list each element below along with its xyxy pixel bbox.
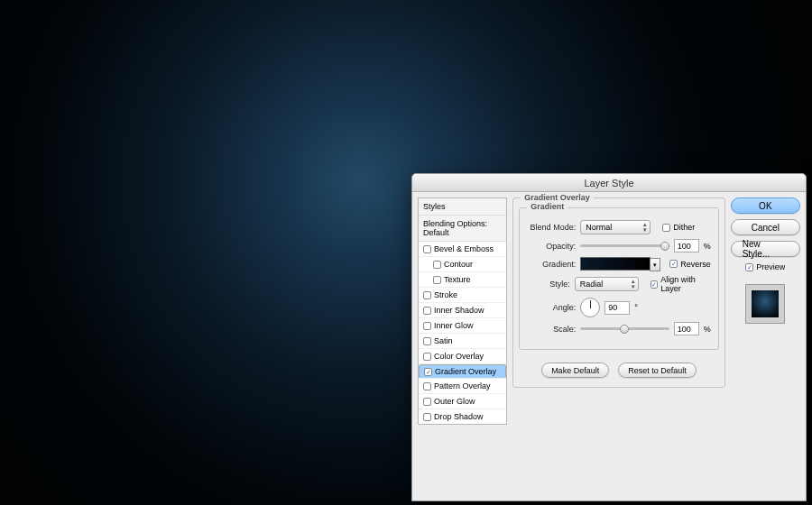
style-item-label: Color Overlay [434, 352, 484, 361]
style-item-label: Contour [444, 260, 473, 269]
style-item-label: Outer Glow [434, 397, 475, 406]
gradient-overlay-panel: Gradient Overlay Gradient Blend Mode: No… [512, 197, 725, 495]
style-select[interactable]: Radial ▴▾ [575, 277, 639, 291]
angle-dial[interactable] [580, 298, 600, 317]
style-item-pattern-overlay[interactable]: Pattern Overlay [419, 379, 506, 394]
style-item-checkbox[interactable] [423, 413, 431, 421]
style-item-label: Stroke [434, 290, 457, 299]
style-item-checkbox[interactable] [433, 261, 441, 269]
style-item-checkbox[interactable] [423, 398, 431, 406]
style-item-label: Satin [434, 336, 453, 345]
opacity-label: Opacity: [527, 242, 576, 251]
new-style-button[interactable]: New Style... [731, 241, 800, 257]
style-item-checkbox[interactable] [423, 353, 431, 361]
group-title: Gradient [527, 202, 567, 211]
dither-label: Dither [673, 223, 695, 232]
styles-sidebar: Styles Blending Options: Default Bevel &… [418, 197, 507, 495]
style-item-label: Texture [444, 275, 471, 284]
opacity-unit: % [704, 242, 711, 251]
style-item-inner-shadow[interactable]: Inner Shadow [419, 303, 506, 318]
blending-options-header[interactable]: Blending Options: Default [419, 216, 506, 242]
style-item-checkbox[interactable] [423, 307, 431, 315]
chevron-updown-icon: ▴▾ [643, 222, 647, 233]
angle-label: Angle: [527, 303, 576, 312]
reverse-checkbox[interactable] [669, 260, 678, 268]
style-item-checkbox[interactable] [423, 245, 431, 253]
make-default-button[interactable]: Make Default [541, 363, 609, 378]
style-item-label: Gradient Overlay [435, 367, 496, 376]
style-item-label: Pattern Overlay [434, 381, 491, 390]
style-item-label: Inner Glow [434, 321, 474, 330]
dialog-actions: OK Cancel New Style... Preview [731, 197, 800, 495]
style-item-contour[interactable]: Contour [419, 257, 506, 272]
style-item-checkbox[interactable] [424, 368, 432, 376]
style-item-label: Drop Shadow [434, 412, 484, 421]
dither-checkbox[interactable] [662, 224, 670, 232]
opacity-input[interactable] [674, 239, 699, 252]
style-item-gradient-overlay[interactable]: Gradient Overlay [419, 364, 506, 379]
scale-unit: % [704, 325, 711, 334]
preview-checkbox[interactable] [745, 263, 753, 271]
style-item-label: Bevel & Emboss [434, 244, 494, 253]
gradient-label: Gradient: [527, 260, 576, 269]
section-title: Gradient Overlay [521, 193, 594, 202]
chevron-updown-icon: ▴▾ [632, 279, 635, 289]
preview-label: Preview [756, 262, 785, 271]
angle-unit: ° [634, 303, 638, 312]
align-checkbox[interactable] [651, 280, 658, 289]
scale-label: Scale: [527, 325, 576, 334]
style-item-checkbox[interactable] [423, 382, 431, 390]
scale-input[interactable] [674, 322, 699, 335]
styles-header[interactable]: Styles [419, 198, 506, 216]
dialog-title: Layer Style [412, 174, 806, 192]
style-item-bevel-emboss[interactable]: Bevel & Emboss [419, 242, 506, 257]
reset-default-button[interactable]: Reset to Default [618, 363, 697, 378]
align-label: Align with Layer [660, 275, 711, 293]
cancel-button[interactable]: Cancel [731, 219, 800, 235]
style-item-color-overlay[interactable]: Color Overlay [419, 349, 506, 364]
layer-style-dialog: Layer Style Styles Blending Options: Def… [411, 173, 807, 501]
style-label: Style: [527, 280, 570, 289]
style-item-outer-glow[interactable]: Outer Glow [419, 394, 506, 409]
opacity-slider[interactable] [580, 241, 669, 252]
style-item-texture[interactable]: Texture [419, 272, 506, 288]
scale-slider[interactable] [580, 324, 669, 335]
blend-mode-select[interactable]: Normal ▴▾ [580, 220, 651, 234]
style-item-label: Inner Shadow [434, 306, 484, 315]
style-item-satin[interactable]: Satin [419, 334, 506, 349]
blend-mode-label: Blend Mode: [527, 223, 576, 232]
style-item-inner-glow[interactable]: Inner Glow [419, 318, 506, 334]
angle-input[interactable] [604, 301, 630, 315]
preview-thumbnail [745, 284, 785, 324]
ok-button[interactable]: OK [731, 197, 800, 214]
style-item-stroke[interactable]: Stroke [419, 288, 506, 303]
reverse-label: Reverse [680, 260, 711, 269]
style-item-checkbox[interactable] [423, 337, 431, 345]
style-item-checkbox[interactable] [433, 276, 441, 284]
style-item-drop-shadow[interactable]: Drop Shadow [419, 409, 506, 424]
gradient-dropdown-icon[interactable]: ▾ [650, 258, 660, 271]
style-item-checkbox[interactable] [423, 291, 431, 299]
gradient-swatch[interactable]: ▾ [580, 257, 651, 271]
style-item-checkbox[interactable] [423, 322, 431, 330]
